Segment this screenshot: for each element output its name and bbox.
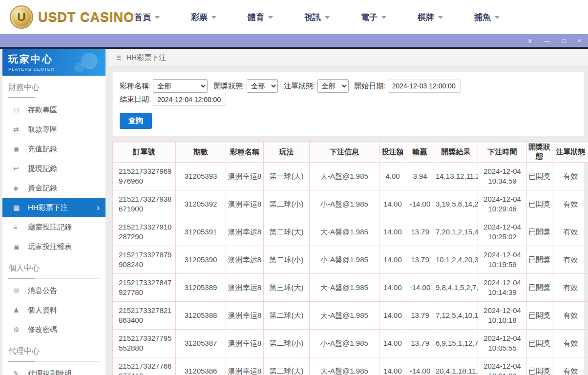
table-row: 215217332796997696031205393澳洲幸运8第一球(大)大-… bbox=[113, 163, 588, 190]
table-cell: 小-A盤@1.985 bbox=[310, 330, 379, 357]
sidebar-item-label: 廳室投註記錄 bbox=[28, 223, 72, 232]
table-cell: 已開獎 bbox=[527, 218, 552, 246]
nav-item-label: 電子 bbox=[361, 12, 378, 23]
table-cell: 31205386 bbox=[176, 357, 226, 375]
logo[interactable]: U USDT CASINO bbox=[10, 5, 134, 29]
cashout-record-icon: ↩ bbox=[13, 165, 28, 172]
chevron-down-icon bbox=[381, 16, 386, 19]
sidebar-item[interactable]: ◉充值記錄 bbox=[2, 139, 105, 159]
chevron-down-icon[interactable]: ∨ bbox=[527, 38, 532, 44]
sidebar-section-label: 財務中心 bbox=[8, 83, 100, 98]
nav-item-7[interactable]: 捕魚 bbox=[474, 12, 500, 23]
lottery-bet-icon: ▦ bbox=[13, 204, 28, 211]
nav-item-5[interactable]: 電子 bbox=[361, 12, 386, 23]
withdraw-icon: ⇄ bbox=[13, 125, 28, 133]
bets-table-card: 訂單號期數彩種名稱玩法下注信息投注額輸贏開獎結果下注時間開獎狀態注單狀態2152… bbox=[112, 141, 584, 375]
table-cell: 13.79 bbox=[406, 302, 434, 330]
sidebar-item[interactable]: ▤存款專區 bbox=[2, 100, 105, 120]
table-cell: 2024-12-04 10:01:02 bbox=[478, 357, 527, 375]
order-status-select[interactable]: 全部 bbox=[317, 79, 349, 93]
sidebar-item[interactable]: ⚙修改密碼 bbox=[2, 320, 105, 339]
close-icon[interactable]: × bbox=[577, 38, 581, 44]
user-icon: ♟ bbox=[13, 306, 28, 314]
chevron-right-icon: › bbox=[97, 203, 100, 212]
table-cell: 有效 bbox=[552, 163, 588, 190]
end-date-input[interactable] bbox=[153, 93, 226, 106]
table-cell: 有效 bbox=[552, 218, 588, 246]
table-cell: 13.79 bbox=[406, 330, 434, 357]
hamburger-menu-icon[interactable]: ≡ bbox=[116, 53, 122, 63]
table-cell: 7,12,5,4,10,18,19,11 bbox=[434, 302, 478, 330]
table-cell: 14.00 bbox=[379, 218, 406, 246]
table-cell: 20,4,1,18,11,16,8,3 bbox=[434, 357, 478, 375]
sidebar-item-label: 資金記錄 bbox=[28, 184, 57, 193]
sidebar-item-label: 存款專區 bbox=[28, 105, 57, 115]
table-cell: 2152173327879908240 bbox=[113, 246, 176, 274]
table-cell: 4.00 bbox=[379, 163, 406, 190]
sidebar-item[interactable]: ◈資金記錄 bbox=[2, 178, 105, 198]
table-header-row: 訂單號期數彩種名稱玩法下注信息投注額輸贏開獎結果下注時間開獎狀態注單狀態 bbox=[113, 142, 588, 163]
sidebar-item[interactable]: ⇄取款專區 bbox=[2, 120, 105, 139]
table-cell: 14.00 bbox=[379, 274, 406, 302]
table-cell: 14.00 bbox=[379, 357, 406, 375]
table-cell: 31205390 bbox=[176, 246, 226, 274]
table-header-cell: 訂單號 bbox=[113, 142, 176, 163]
nav-item-3[interactable]: 體育 bbox=[248, 12, 273, 23]
draw-status-label: 開獎狀態: bbox=[213, 82, 245, 91]
nav-item-6[interactable]: 棋牌 bbox=[418, 12, 443, 23]
logo-coin-icon: U bbox=[10, 5, 33, 29]
search-button[interactable]: 查詢 bbox=[120, 113, 152, 129]
table-cell: 31205392 bbox=[176, 190, 226, 218]
maximize-icon[interactable]: □ bbox=[562, 38, 566, 44]
top-navbar: U USDT CASINO 首頁彩票體育視訊電子棋牌捕魚 bbox=[0, 0, 588, 34]
table-cell: 第二球(小) bbox=[264, 190, 310, 218]
table-cell: 第二球(小) bbox=[264, 246, 310, 274]
sidebar-item[interactable]: ▣玩家投注報表 bbox=[2, 237, 105, 256]
table-row: 215217332776627741031205386澳洲幸运8第二球(大)大-… bbox=[113, 357, 588, 375]
bell-icon: ✉ bbox=[13, 287, 28, 294]
nav-item-4[interactable]: 視訊 bbox=[304, 12, 330, 23]
nav-item-1[interactable]: 首頁 bbox=[134, 12, 160, 23]
lottery-name-select[interactable]: 全部 bbox=[153, 79, 208, 93]
minimize-icon[interactable]: — bbox=[544, 38, 550, 44]
nav-item-2[interactable]: 彩票 bbox=[191, 12, 216, 23]
table-cell: -14.00 bbox=[406, 357, 434, 375]
table-header-cell: 彩種名稱 bbox=[226, 142, 264, 163]
chevron-down-icon bbox=[495, 16, 500, 19]
table-cell: 31205391 bbox=[176, 218, 226, 246]
sidebar-subtitle: PLAYERS CENTER bbox=[8, 67, 100, 72]
table-cell: 13.79 bbox=[406, 246, 434, 274]
table-cell: 2152173327821863400 bbox=[113, 302, 176, 330]
chevron-down-icon bbox=[155, 16, 160, 19]
page-title: HH彩票下注 bbox=[126, 53, 167, 62]
sidebar-item[interactable]: ≡廳室投註記錄 bbox=[2, 217, 105, 237]
table-row: 215217332779555288031205387澳洲幸运8第二球(小)小-… bbox=[113, 330, 588, 357]
sidebar-item-label: 個人資料 bbox=[28, 306, 57, 315]
sidebar-item[interactable]: ↩提現記錄 bbox=[2, 159, 105, 178]
table-cell: 第三球(大) bbox=[264, 274, 310, 302]
draw-status-select[interactable]: 全部 bbox=[247, 79, 278, 93]
sidebar-item[interactable]: ♟個人資料 bbox=[2, 300, 105, 320]
sidebar-item[interactable]: ✉消息公告 bbox=[2, 281, 105, 300]
table-cell: 2152173327969976960 bbox=[113, 163, 176, 190]
table-header-cell: 輸贏 bbox=[406, 142, 434, 163]
sidebar-item[interactable]: ✎代理規則說明 bbox=[2, 364, 105, 375]
start-date-label: 開始日期: bbox=[355, 82, 386, 91]
chevron-down-icon bbox=[325, 16, 330, 19]
table-cell: 澳洲幸运8 bbox=[226, 163, 264, 190]
deposit-card-icon: ▤ bbox=[13, 106, 28, 114]
table-cell: 澳洲幸运8 bbox=[226, 330, 264, 357]
start-date-input[interactable] bbox=[388, 80, 461, 93]
sidebar-item-label: 取款專區 bbox=[28, 125, 57, 134]
sidebar: 玩家中心 PLAYERS CENTER 財務中心▤存款專區⇄取款專區◉充值記錄↩… bbox=[2, 49, 105, 375]
table-header-cell: 玩法 bbox=[264, 142, 310, 163]
sidebar-item-active[interactable]: ▦HH彩票下注› bbox=[2, 198, 105, 217]
table-cell: 已開獎 bbox=[527, 357, 552, 375]
table-cell: 7,20,1,2,15,4,11,5 bbox=[434, 218, 478, 246]
table-cell: 有效 bbox=[552, 246, 588, 274]
table-cell: 2024-12-04 10:29:46 bbox=[478, 190, 527, 218]
table-cell: 澳洲幸运8 bbox=[226, 218, 264, 246]
table-header-cell: 開獎狀態 bbox=[527, 142, 552, 163]
bets-table: 訂單號期數彩種名稱玩法下注信息投注額輸贏開獎結果下注時間開獎狀態注單狀態2152… bbox=[112, 141, 588, 375]
table-header-cell: 投注額 bbox=[379, 142, 406, 163]
